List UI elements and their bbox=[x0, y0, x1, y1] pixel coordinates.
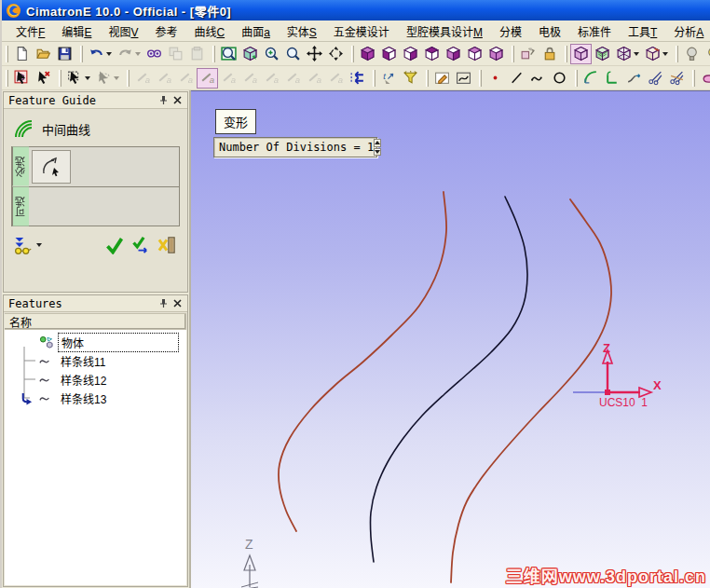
create-spline-icon[interactable] bbox=[527, 68, 549, 89]
display-transparent-icon[interactable] bbox=[642, 44, 663, 64]
view-front-icon[interactable] bbox=[378, 44, 400, 64]
toolbar-grip[interactable] bbox=[6, 70, 8, 87]
menu-item-6[interactable]: 曲面a bbox=[233, 21, 279, 42]
pin-icon[interactable] bbox=[157, 297, 171, 310]
toolbar-grip[interactable] bbox=[479, 70, 482, 87]
display-shaded-icon[interactable] bbox=[570, 44, 592, 64]
toolbar-grip[interactable] bbox=[575, 70, 578, 87]
toolbar-grip[interactable] bbox=[373, 70, 375, 87]
view-bottom-icon[interactable] bbox=[485, 44, 507, 64]
dim-curve-icon[interactable]: a bbox=[197, 68, 218, 89]
select-by-feature-icon[interactable] bbox=[11, 68, 33, 89]
undo-icon[interactable] bbox=[86, 44, 107, 64]
svg-text:a: a bbox=[188, 75, 193, 85]
cancel-exit-button[interactable] bbox=[156, 234, 178, 256]
guide-optional-cell[interactable] bbox=[29, 187, 179, 226]
create-point-icon[interactable] bbox=[485, 68, 506, 89]
surface-flip-icon[interactable] bbox=[698, 68, 710, 89]
clear-selection-icon[interactable] bbox=[33, 68, 54, 89]
toolbar-grip[interactable] bbox=[59, 70, 61, 87]
light-off-icon[interactable] bbox=[681, 44, 703, 64]
clip-view-icon[interactable] bbox=[517, 44, 539, 64]
divisions-value-label[interactable]: Number Of Divisions = 1 bbox=[214, 141, 374, 154]
features-name-column-header[interactable]: 名称 bbox=[5, 313, 186, 330]
close-icon[interactable] bbox=[171, 94, 184, 107]
point-arrow-icon[interactable]: t bbox=[378, 68, 400, 89]
menu-item-2[interactable]: 编辑E bbox=[53, 21, 100, 42]
curve-fillet-icon[interactable] bbox=[580, 68, 602, 89]
view-isometric-icon[interactable] bbox=[357, 44, 378, 64]
watermark: 三维网www.3dportal.cn bbox=[506, 563, 706, 587]
create-circle-icon[interactable] bbox=[549, 68, 570, 89]
toolbar-grip[interactable] bbox=[565, 46, 567, 62]
menu-item-7[interactable]: 实体S bbox=[279, 21, 325, 42]
rotate-view-icon[interactable] bbox=[325, 44, 347, 64]
box-select-icon[interactable] bbox=[64, 68, 86, 89]
toolbar-grip[interactable] bbox=[351, 46, 354, 62]
save-file-icon[interactable] bbox=[54, 44, 75, 64]
toolbar-grip[interactable] bbox=[80, 46, 83, 62]
zoom-dynamic-icon[interactable] bbox=[239, 44, 261, 64]
menu-item-5[interactable]: 曲线C bbox=[185, 21, 233, 42]
spinner-down-button[interactable] bbox=[374, 148, 381, 157]
filter-glasses-button[interactable] bbox=[11, 234, 34, 256]
apply-check-button[interactable] bbox=[130, 234, 152, 256]
tree-item-样条线11[interactable]: 样条线11 bbox=[5, 351, 186, 370]
toolbar-grip[interactable] bbox=[127, 70, 130, 87]
curve-extend-icon[interactable] bbox=[623, 68, 645, 89]
toolbar-grip[interactable] bbox=[212, 46, 215, 62]
close-icon[interactable] bbox=[171, 297, 184, 310]
menu-item-8[interactable]: 五金模设计 bbox=[325, 21, 398, 42]
menu-item-3[interactable]: 视图V bbox=[100, 21, 146, 42]
curve-corner-icon[interactable] bbox=[602, 68, 623, 89]
tree-item-样条线12[interactable]: 样条线12 bbox=[5, 370, 186, 389]
menu-item-1[interactable]: 文件F bbox=[7, 21, 53, 42]
divisions-spinner-control[interactable]: Number Of Divisions = 1 bbox=[213, 137, 377, 157]
toolbar-grip[interactable] bbox=[676, 46, 678, 62]
ok-check-button[interactable] bbox=[103, 234, 126, 256]
composite-curve-icon[interactable] bbox=[453, 68, 474, 89]
menu-item-9[interactable]: 型腔模具设计M bbox=[398, 21, 491, 42]
pin-icon[interactable] bbox=[157, 94, 171, 107]
guide-curve-slot[interactable] bbox=[32, 150, 71, 184]
cimatron-logo-icon bbox=[6, 3, 21, 19]
curve-split-icon[interactable] bbox=[666, 68, 688, 89]
curve-trim-icon[interactable] bbox=[645, 68, 666, 89]
view-back-icon[interactable] bbox=[400, 44, 421, 64]
toolbar-grip[interactable] bbox=[6, 46, 8, 62]
zoom-all-icon[interactable] bbox=[282, 44, 304, 64]
zoom-in-out-icon[interactable] bbox=[261, 44, 282, 64]
menu-item-12[interactable]: 标准件 bbox=[569, 21, 620, 42]
sketcher-icon[interactable] bbox=[431, 68, 453, 89]
view-lock-icon[interactable] bbox=[539, 44, 560, 64]
display-textured-icon[interactable] bbox=[592, 44, 613, 64]
viewport-3d[interactable]: 变形 Number Of Divisions = 1 Z X UCS10_1 bbox=[191, 90, 710, 588]
tree-item-样条线13[interactable]: 样条线13 bbox=[5, 389, 186, 407]
view-left-icon[interactable] bbox=[421, 44, 443, 64]
spinner-up-button[interactable] bbox=[374, 139, 381, 147]
copy-view-icon bbox=[165, 44, 186, 64]
paste-view-icon bbox=[186, 44, 208, 64]
return-arrows-icon[interactable] bbox=[347, 68, 368, 89]
light-on-icon[interactable] bbox=[703, 44, 710, 64]
display-wireframe-icon[interactable] bbox=[613, 44, 635, 64]
toolbar-grip[interactable] bbox=[692, 70, 695, 87]
new-document-icon[interactable] bbox=[11, 44, 33, 64]
menu-item-13[interactable]: 工具T bbox=[620, 21, 665, 42]
filter-funnel-icon[interactable] bbox=[400, 68, 421, 89]
toolbar-grip[interactable] bbox=[512, 46, 514, 62]
menu-item-11[interactable]: 电极 bbox=[530, 21, 569, 42]
filter-glasses-dropdown-icon[interactable] bbox=[36, 243, 42, 247]
create-line-icon[interactable] bbox=[506, 68, 527, 89]
pan-icon[interactable] bbox=[304, 44, 325, 64]
view-right-icon[interactable] bbox=[443, 44, 464, 64]
tree-item-物体[interactable]: 物体 bbox=[5, 333, 186, 351]
link-views-icon[interactable] bbox=[143, 44, 165, 64]
open-file-icon[interactable] bbox=[33, 44, 54, 64]
menu-item-14[interactable]: 分析A bbox=[665, 21, 710, 42]
menu-item-10[interactable]: 分模 bbox=[491, 21, 530, 42]
menu-item-4[interactable]: 参考 bbox=[146, 21, 185, 42]
view-top-icon[interactable] bbox=[464, 44, 485, 64]
toolbar-grip[interactable] bbox=[426, 70, 429, 87]
zoom-window-icon[interactable] bbox=[218, 44, 239, 64]
